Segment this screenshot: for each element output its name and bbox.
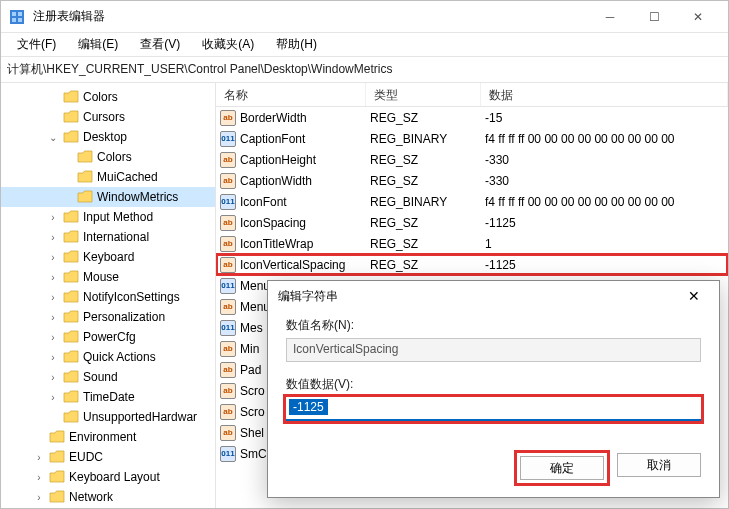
cell-name: IconFont [240,195,370,209]
ok-button[interactable]: 确定 [520,456,604,480]
list-row[interactable]: 011IconFontREG_BINARYf4 ff ff ff 00 00 0… [216,191,728,212]
tree-item[interactable]: Colors [1,87,215,107]
value-data-label: 数值数据(V): [286,376,701,393]
menu-item[interactable]: 查看(V) [130,34,190,55]
tree-item[interactable]: Environment [1,427,215,447]
list-row[interactable]: 011CaptionFontREG_BINARYf4 ff ff ff 00 0… [216,128,728,149]
chevron-right-icon[interactable]: › [47,352,59,363]
cell-type: REG_SZ [370,153,485,167]
close-button[interactable]: ✕ [676,2,720,32]
tree-item[interactable]: Cursors [1,107,215,127]
folder-icon [63,270,79,284]
cell-type: REG_SZ [370,237,485,251]
tree-item[interactable]: ›Mouse [1,267,215,287]
list-row[interactable]: abBorderWidthREG_SZ-15 [216,107,728,128]
chevron-right-icon[interactable]: › [47,292,59,303]
string-value-icon: ab [220,362,236,378]
folder-icon [63,370,79,384]
tree-item[interactable]: UnsupportedHardwar [1,407,215,427]
tree-item[interactable]: ⌄Desktop [1,127,215,147]
menu-item[interactable]: 文件(F) [7,34,66,55]
cell-data: -330 [485,174,728,188]
cell-type: REG_SZ [370,174,485,188]
col-header-data[interactable]: 数据 [481,83,728,106]
folder-icon [77,150,93,164]
chevron-right-icon[interactable]: › [47,332,59,343]
chevron-right-icon[interactable]: › [33,452,45,463]
chevron-right-icon[interactable]: › [47,232,59,243]
chevron-down-icon[interactable]: ⌄ [47,132,59,143]
svg-rect-4 [18,18,22,22]
tree-item[interactable]: ›EUDC [1,447,215,467]
cancel-button-wrap: 取消 [617,453,701,483]
cancel-button[interactable]: 取消 [617,453,701,477]
chevron-right-icon[interactable]: › [47,312,59,323]
folder-icon [49,450,65,464]
chevron-right-icon[interactable]: › [47,272,59,283]
chevron-right-icon[interactable]: › [47,212,59,223]
string-value-icon: ab [220,383,236,399]
chevron-right-icon[interactable]: › [33,492,45,503]
ok-button-wrap: 确定 [517,453,607,483]
chevron-right-icon[interactable]: › [47,252,59,263]
folder-icon [63,90,79,104]
folder-icon [63,130,79,144]
tree-item[interactable]: Colors [1,147,215,167]
tree-item[interactable]: ›Input Method [1,207,215,227]
string-value-icon: ab [220,152,236,168]
list-row[interactable]: abIconSpacingREG_SZ-1125 [216,212,728,233]
tree-item[interactable]: ›International [1,227,215,247]
tree-label: Environment [69,430,136,444]
cell-name: BorderWidth [240,111,370,125]
chevron-right-icon[interactable]: › [47,372,59,383]
tree-item[interactable]: ›Quick Actions [1,347,215,367]
string-value-icon: ab [220,425,236,441]
tree-item[interactable]: WindowMetrics [1,187,215,207]
maximize-button[interactable]: ☐ [632,2,676,32]
tree-label: Network [69,490,113,504]
dialog-title: 编辑字符串 [278,288,679,305]
address-bar[interactable]: 计算机\HKEY_CURRENT_USER\Control Panel\Desk… [1,57,728,83]
string-value-icon: ab [220,404,236,420]
tree-item[interactable]: ›Keyboard [1,247,215,267]
col-header-type[interactable]: 类型 [366,83,481,106]
cell-type: REG_BINARY [370,132,485,146]
tree-pane[interactable]: ColorsCursors⌄DesktopColorsMuiCachedWind… [1,83,216,508]
tree-item[interactable]: ›Sound [1,367,215,387]
list-header: 名称 类型 数据 [216,83,728,107]
menu-item[interactable]: 收藏夹(A) [192,34,264,55]
cell-type: REG_SZ [370,258,485,272]
folder-icon [49,430,65,444]
tree-item[interactable]: MuiCached [1,167,215,187]
tree-item[interactable]: ›PowerCfg [1,327,215,347]
binary-value-icon: 011 [220,320,236,336]
tree-item[interactable]: ›Network [1,487,215,507]
col-header-name[interactable]: 名称 [216,83,366,106]
tree-item[interactable]: ›TimeDate [1,387,215,407]
minimize-button[interactable]: ─ [588,2,632,32]
menu-item[interactable]: 帮助(H) [266,34,327,55]
tree-label: TimeDate [83,390,135,404]
tree-label: Desktop [83,130,127,144]
tree-label: PowerCfg [83,330,136,344]
menu-item[interactable]: 编辑(E) [68,34,128,55]
list-row[interactable]: abCaptionWidthREG_SZ-330 [216,170,728,191]
string-value-icon: ab [220,110,236,126]
value-data-input[interactable] [286,397,701,421]
tree-label: Colors [83,90,118,104]
cell-data: f4 ff ff ff 00 00 00 00 00 00 00 00 00 [485,132,728,146]
dialog-close-button[interactable]: ✕ [679,288,709,304]
tree-item[interactable]: ›Personalization [1,307,215,327]
chevron-right-icon[interactable]: › [33,472,45,483]
tree-label: EUDC [69,450,103,464]
list-row[interactable]: abCaptionHeightREG_SZ-330 [216,149,728,170]
chevron-right-icon[interactable]: › [47,392,59,403]
tree-item[interactable]: ›NotifyIconSettings [1,287,215,307]
list-row[interactable]: abIconVerticalSpacingREG_SZ-1125 [216,254,728,275]
string-value-icon: ab [220,173,236,189]
cell-name: CaptionFont [240,132,370,146]
list-row[interactable]: abIconTitleWrapREG_SZ1 [216,233,728,254]
tree-label: MuiCached [97,170,158,184]
tree-item[interactable]: ›Keyboard Layout [1,467,215,487]
address-text: 计算机\HKEY_CURRENT_USER\Control Panel\Desk… [7,61,392,78]
